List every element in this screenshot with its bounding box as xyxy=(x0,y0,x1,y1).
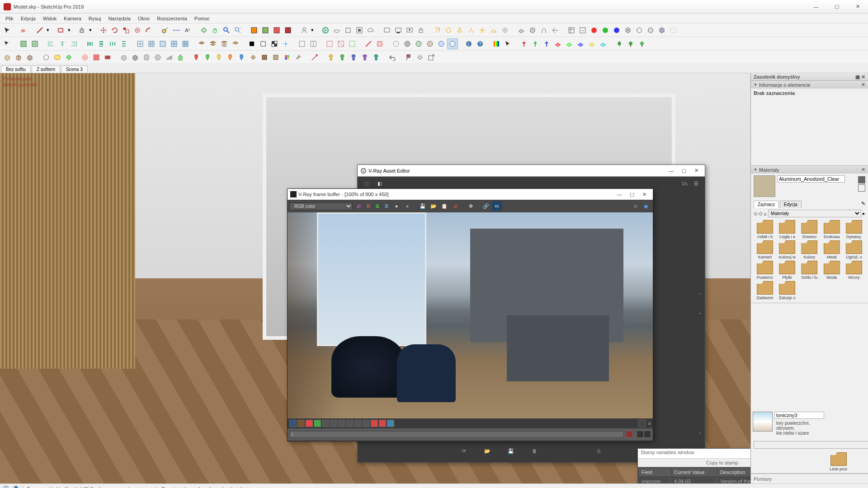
section-tool[interactable] xyxy=(249,25,259,36)
mat-folder-1[interactable]: Cegła i e xyxy=(777,220,797,239)
fb-hist-icon[interactable]: ◉ xyxy=(641,201,651,211)
tag-2-icon[interactable] xyxy=(335,38,346,49)
status-user-icon[interactable]: 👤 xyxy=(13,486,19,488)
vray-cloud-icon[interactable] xyxy=(365,25,376,36)
vray-clipper-icon[interactable] xyxy=(550,25,561,36)
cylinder-icon[interactable] xyxy=(141,52,152,63)
move-tool[interactable] xyxy=(98,25,109,36)
ae-maximize-button[interactable]: ▢ xyxy=(678,165,690,176)
fb-region-icon[interactable]: ✥ xyxy=(466,201,476,211)
mat-folder-7[interactable]: Kolory xyxy=(799,240,820,259)
scene-tab-0[interactable]: Bez sufitu xyxy=(1,66,31,73)
paint-red-icon[interactable] xyxy=(191,52,202,63)
wireframe-icon[interactable] xyxy=(634,25,645,36)
paint-yellow-icon[interactable] xyxy=(214,52,225,63)
ae-chevron-3-icon[interactable]: ⌄ xyxy=(698,429,702,435)
grid-4-icon[interactable] xyxy=(169,38,179,49)
paint-brown-icon[interactable] xyxy=(259,52,270,63)
menu-pomoc[interactable]: Pomoc xyxy=(191,15,213,22)
xray-icon[interactable] xyxy=(668,25,679,36)
section-display-icon[interactable] xyxy=(260,25,271,36)
window-2-icon[interactable] xyxy=(308,38,319,49)
mat-folder-16[interactable]: Żaluzje o xyxy=(777,281,797,300)
grid-icon[interactable] xyxy=(91,52,102,63)
cube-gray-icon[interactable] xyxy=(118,52,129,63)
snap-icon[interactable] xyxy=(280,38,291,49)
sphere-icon[interactable] xyxy=(152,52,163,63)
fb-g-button[interactable]: G xyxy=(373,202,382,210)
mat-tab-edit[interactable]: Edycja xyxy=(780,201,802,208)
material-name-input[interactable] xyxy=(777,175,845,183)
ae-chevron-1-icon[interactable]: ⌄ xyxy=(698,290,702,296)
tree-3-icon[interactable] xyxy=(637,38,647,49)
mat-folder-11[interactable]: Płytki xyxy=(777,261,797,280)
menu-rozszerzenia[interactable]: Rozszerzenia xyxy=(153,15,191,22)
ae-expand-icon[interactable]: ⬚ xyxy=(361,178,371,188)
vray-lock-icon[interactable] xyxy=(415,25,426,36)
pushpull-tool[interactable] xyxy=(77,25,88,36)
minimize-button[interactable]: — xyxy=(806,0,826,14)
vray-plane-icon[interactable] xyxy=(516,25,527,36)
flag-icon[interactable] xyxy=(403,52,414,63)
cyan-plane-icon[interactable] xyxy=(598,38,609,49)
extrude-green-icon[interactable] xyxy=(175,52,186,63)
ae-open-icon[interactable]: 📂 xyxy=(482,446,492,456)
vray-interactive-icon[interactable] xyxy=(343,25,354,36)
style-library-select[interactable] xyxy=(754,441,868,449)
distribute-h-icon[interactable] xyxy=(85,38,95,49)
mat-folder-9[interactable]: Ogród, o xyxy=(844,240,864,259)
layers-3-icon[interactable] xyxy=(219,38,230,49)
fb-bb-1[interactable] xyxy=(289,420,297,427)
mat-home-icon[interactable]: ⌂ xyxy=(764,211,767,216)
undo-icon[interactable] xyxy=(387,52,398,63)
mat-sample-icon[interactable] xyxy=(858,184,865,192)
slant-icon[interactable] xyxy=(164,52,175,63)
section-fill-icon[interactable] xyxy=(283,25,293,36)
fb-close-button[interactable]: ✕ xyxy=(638,189,650,200)
tape-tool[interactable] xyxy=(160,25,170,36)
paint-green-icon[interactable] xyxy=(203,52,213,63)
arrow-tool-icon[interactable] xyxy=(309,52,320,63)
menu-narzedzia[interactable]: Narzędzia xyxy=(104,15,134,22)
vray-teapot-icon[interactable] xyxy=(331,25,342,36)
sphere-glow-icon[interactable] xyxy=(436,38,447,49)
box-tool-icon[interactable] xyxy=(2,52,13,63)
select-tool[interactable] xyxy=(2,25,13,36)
grid-1-icon[interactable] xyxy=(135,38,146,49)
blue-arrow-up-icon[interactable] xyxy=(541,38,552,49)
vray-light-plane-icon[interactable] xyxy=(432,25,443,36)
stamp-copy-button[interactable]: Copy to stamp xyxy=(638,459,750,467)
line-tool[interactable] xyxy=(34,25,45,36)
mat-folder-0[interactable]: Asfalt i b xyxy=(755,220,775,239)
space-v-icon[interactable] xyxy=(118,38,129,49)
yellow-plane-icon[interactable] xyxy=(586,38,597,49)
pan-tool[interactable] xyxy=(210,25,221,36)
vray-batch-icon[interactable] xyxy=(393,25,404,36)
tree-1-icon[interactable] xyxy=(614,38,625,49)
fb-clear-icon[interactable]: ⊘ xyxy=(450,201,460,211)
fb-r-button[interactable]: R xyxy=(364,202,373,210)
ae-export-icon[interactable]: ⎙ xyxy=(594,446,604,456)
status-help-icon[interactable]: ? xyxy=(3,486,9,488)
layers-1-icon[interactable] xyxy=(196,38,207,49)
fb-load-icon[interactable]: 📂 xyxy=(429,201,439,211)
tag-3-icon[interactable] xyxy=(347,38,358,49)
sphere-wire-icon[interactable] xyxy=(391,38,401,49)
brick-icon[interactable] xyxy=(102,52,113,63)
paint-bucket-icon[interactable] xyxy=(248,52,259,63)
fb-copy-icon[interactable]: 📋 xyxy=(439,201,449,211)
stamp-row-0[interactable]: vraycore 4.04.03 Version of the V-Ray co… xyxy=(639,477,750,483)
mat-library-select[interactable]: Materiały xyxy=(768,210,861,217)
mat-folder-5[interactable]: Kamień xyxy=(755,240,775,259)
paint-multi-icon[interactable] xyxy=(282,52,292,63)
vray-light-dome-icon[interactable] xyxy=(488,25,499,36)
person-icon[interactable] xyxy=(299,25,310,36)
shirt-green-icon[interactable] xyxy=(337,52,348,63)
settings-icon[interactable] xyxy=(415,52,425,63)
maximize-button[interactable]: ▢ xyxy=(826,0,847,14)
mat-folder-13[interactable]: Woda xyxy=(821,261,842,280)
menu-widok[interactable]: Widok xyxy=(39,15,61,22)
checker-icon[interactable] xyxy=(269,38,280,49)
shaded-icon[interactable] xyxy=(656,25,667,36)
fb-bb-7[interactable] xyxy=(338,420,345,427)
